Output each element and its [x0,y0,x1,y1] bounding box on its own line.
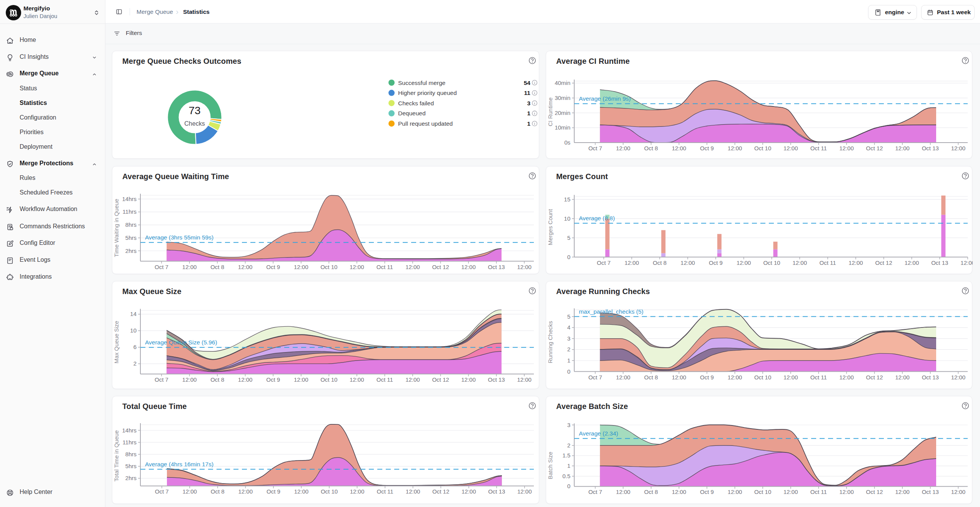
svg-text:12:00: 12:00 [672,489,687,495]
svg-text:Merges Count: Merges Count [547,209,553,245]
svg-text:Oct 12: Oct 12 [432,264,449,270]
svg-text:5: 5 [567,234,570,241]
svg-text:12:00: 12:00 [951,374,966,381]
svg-text:Oct 10: Oct 10 [320,376,337,383]
svg-text:0.5: 0.5 [562,473,570,479]
svg-text:2: 2 [567,346,570,352]
svg-text:12:00: 12:00 [737,259,751,266]
svg-text:Higher priority queued: Higher priority queued [398,90,457,96]
svg-text:Oct 12: Oct 12 [866,145,883,151]
svg-text:Oct 12: Oct 12 [875,259,892,266]
svg-text:Oct 13: Oct 13 [931,259,948,266]
svg-text:12:00: 12:00 [839,489,854,495]
svg-text:14: 14 [130,311,137,317]
svg-text:12:00: 12:00 [616,374,630,381]
svg-text:12:00: 12:00 [238,264,253,270]
svg-text:Checks failed: Checks failed [398,100,434,106]
svg-text:Oct 12: Oct 12 [866,374,883,381]
svg-text:10: 10 [130,327,137,334]
svg-text:11: 11 [524,90,531,96]
svg-text:Oct 9: Oct 9 [267,488,280,495]
svg-text:12:00: 12:00 [517,264,532,270]
svg-text:12:00: 12:00 [405,376,420,383]
svg-text:Oct 7: Oct 7 [597,259,611,266]
svg-text:Oct 10: Oct 10 [754,374,771,381]
svg-text:Oct 7: Oct 7 [588,145,602,151]
svg-text:Oct 10: Oct 10 [763,259,780,266]
svg-text:Oct 8: Oct 8 [644,374,658,381]
svg-text:12:00: 12:00 [839,145,854,151]
svg-text:Oct 12: Oct 12 [432,488,449,495]
svg-text:12:00: 12:00 [294,376,308,383]
svg-text:11hrs: 11hrs [123,208,137,215]
svg-text:73: 73 [188,105,200,116]
svg-text:1: 1 [567,357,570,364]
svg-text:12:00: 12:00 [783,145,798,151]
svg-text:0: 0 [567,368,570,375]
svg-text:Oct 10: Oct 10 [321,488,338,495]
svg-text:2: 2 [567,442,570,449]
svg-text:Oct 10: Oct 10 [754,489,771,495]
svg-text:12:00: 12:00 [951,145,966,151]
svg-text:Max Queue Size: Max Queue Size [113,321,120,364]
svg-text:12:00: 12:00 [960,259,973,266]
svg-text:12:00: 12:00 [238,488,253,495]
svg-text:14hrs: 14hrs [122,427,137,434]
svg-text:Oct 7: Oct 7 [588,489,602,495]
svg-text:Oct 11: Oct 11 [810,489,827,495]
svg-text:Oct 7: Oct 7 [588,374,602,381]
svg-text:Dequeued: Dequeued [398,110,426,116]
svg-text:5hrs: 5hrs [125,463,137,469]
svg-text:12:00: 12:00 [895,145,910,151]
svg-text:1.5: 1.5 [562,452,570,459]
svg-text:Oct 10: Oct 10 [320,264,337,270]
svg-text:5hrs: 5hrs [125,234,137,241]
svg-text:Oct 13: Oct 13 [922,145,939,151]
svg-text:Oct 13: Oct 13 [488,376,505,383]
svg-text:Average (4hrs 16min 17s): Average (4hrs 16min 17s) [145,461,213,467]
svg-text:12:00: 12:00 [728,489,742,495]
svg-text:Oct 10: Oct 10 [754,145,771,151]
svg-text:Oct 13: Oct 13 [488,488,505,495]
svg-text:Oct 9: Oct 9 [266,376,280,383]
svg-text:max_parallel_checks (5): max_parallel_checks (5) [579,308,643,315]
svg-text:Oct 11: Oct 11 [377,264,393,270]
svg-text:Oct 11: Oct 11 [810,145,827,151]
svg-text:12:00: 12:00 [238,376,253,383]
svg-text:12:00: 12:00 [182,488,197,495]
svg-text:2hrs: 2hrs [125,248,137,254]
svg-text:12:00: 12:00 [672,374,687,381]
svg-text:40min: 40min [555,80,570,86]
svg-text:1: 1 [527,110,530,116]
svg-text:54: 54 [524,80,531,86]
svg-text:Oct 7: Oct 7 [155,376,168,383]
svg-text:12:00: 12:00 [905,259,919,266]
svg-text:10: 10 [564,215,570,222]
svg-text:Oct 11: Oct 11 [820,259,836,266]
svg-text:Oct 8: Oct 8 [210,376,224,383]
svg-text:12:00: 12:00 [406,488,420,495]
svg-text:Oct 9: Oct 9 [709,259,723,266]
svg-text:12:00: 12:00 [672,145,687,151]
svg-text:Oct 11: Oct 11 [377,488,393,495]
svg-text:Average Queue Size (5.96): Average Queue Size (5.96) [145,339,217,346]
svg-text:2hrs: 2hrs [125,475,137,481]
svg-text:Oct 12: Oct 12 [866,489,883,495]
svg-text:12:00: 12:00 [625,259,639,266]
svg-text:4: 4 [567,324,570,331]
svg-text:12:00: 12:00 [350,264,364,270]
svg-text:Oct 11: Oct 11 [377,376,393,383]
svg-text:8hrs: 8hrs [125,451,137,457]
svg-text:3: 3 [567,335,570,342]
svg-text:12:00: 12:00 [728,145,742,151]
svg-text:12:00: 12:00 [294,488,309,495]
svg-text:1: 1 [527,120,530,127]
svg-text:12:00: 12:00 [461,376,476,383]
svg-text:Checks: Checks [184,120,205,127]
svg-text:12:00: 12:00 [848,259,863,266]
svg-text:3: 3 [567,422,570,428]
svg-text:10min: 10min [555,124,570,131]
svg-text:Average (26min 9s): Average (26min 9s) [579,95,631,102]
svg-text:8hrs: 8hrs [125,221,137,228]
svg-text:12:00: 12:00 [461,264,476,270]
